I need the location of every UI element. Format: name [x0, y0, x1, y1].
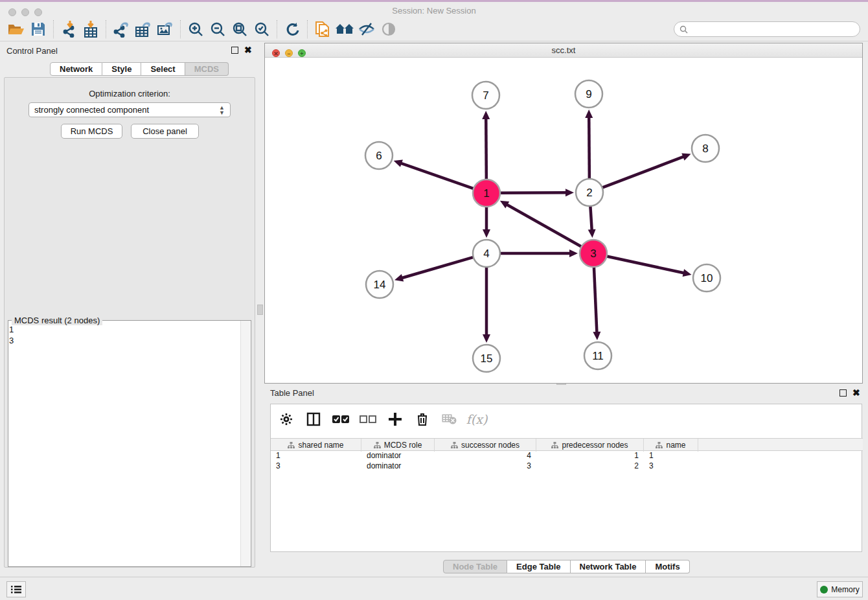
edge-arrowhead: [569, 249, 578, 257]
export-table-icon[interactable]: [132, 19, 154, 39]
toolbar-separator: [180, 20, 181, 38]
criterion-select[interactable]: strongly connected component ▲▼: [29, 102, 231, 117]
edge-3-10[interactable]: [607, 256, 685, 273]
memory-button[interactable]: Memory: [817, 581, 863, 597]
show-details-icon[interactable]: [378, 19, 400, 39]
cell-shared-name[interactable]: 1: [271, 451, 361, 461]
close-panel-icon[interactable]: ✖: [852, 389, 860, 397]
column-header-MCDS-role[interactable]: MCDS role: [361, 439, 435, 452]
edge-1-2[interactable]: [500, 192, 567, 193]
tab-mcds[interactable]: MCDS: [185, 62, 229, 76]
table-settings-icon[interactable]: [277, 410, 295, 429]
export-image-icon[interactable]: [154, 19, 176, 39]
search-box[interactable]: [674, 21, 860, 37]
zoom-out-icon[interactable]: [207, 19, 229, 39]
cell-successor-nodes[interactable]: 4: [435, 451, 536, 461]
cell-predecessor-nodes[interactable]: 2: [536, 461, 644, 472]
cell-shared-name[interactable]: 3: [271, 461, 361, 472]
import-table-icon[interactable]: [80, 19, 102, 39]
edge-arrowhead: [483, 334, 490, 343]
memory-label: Memory: [831, 585, 859, 594]
node-label-6: 6: [376, 150, 382, 162]
save-session-icon[interactable]: [27, 19, 49, 39]
result-scrollbar[interactable]: [240, 321, 250, 566]
toolbar-separator: [106, 20, 106, 38]
edge-arrowhead: [683, 269, 692, 277]
hide-details-icon[interactable]: [356, 19, 378, 39]
edge-2-3[interactable]: [590, 206, 591, 231]
network-canvas[interactable]: 7968124314101511: [265, 58, 862, 383]
column-header-shared-name[interactable]: shared name: [271, 439, 361, 452]
import-network-icon[interactable]: [58, 19, 80, 39]
node-label-15: 15: [481, 352, 493, 365]
toolbar-separator: [53, 20, 54, 38]
edge-arrowhead: [394, 160, 403, 167]
edge-3-11[interactable]: [594, 267, 597, 333]
cell-predecessor-nodes[interactable]: 1: [536, 451, 644, 461]
toolbar-separator: [277, 20, 277, 38]
table-toolbar: f(x): [277, 408, 486, 430]
select-all-icon[interactable]: [332, 410, 350, 429]
list-icon: [11, 585, 21, 594]
column-header-predecessor-nodes[interactable]: predecessor nodes: [536, 439, 644, 452]
edge-2-8[interactable]: [602, 156, 685, 187]
column-visibility-icon[interactable]: [304, 410, 323, 429]
tab-select[interactable]: Select: [141, 62, 185, 76]
tab-network[interactable]: Network: [50, 62, 102, 76]
column-header-name[interactable]: name: [644, 439, 698, 452]
run-mcds-button[interactable]: Run MCDS: [61, 124, 122, 139]
zoom-fit-icon[interactable]: [229, 19, 251, 39]
table-body: 1dominator4113dominator323: [271, 451, 863, 472]
edge-2-9[interactable]: [589, 117, 589, 179]
tab-motifs[interactable]: Motifs: [646, 560, 689, 573]
window-titlebar: Session: New Session: [0, 0, 868, 17]
edge-1-6[interactable]: [400, 163, 474, 189]
column-header-successor-nodes[interactable]: successor nodes: [435, 439, 536, 452]
edge-4-14[interactable]: [402, 257, 474, 278]
vertical-splitter-grip[interactable]: [257, 305, 263, 315]
close-panel-button[interactable]: Close panel: [131, 124, 199, 139]
cell-MCDS-role[interactable]: dominator: [361, 461, 435, 472]
cell-name[interactable]: 3: [644, 461, 698, 472]
table-row[interactable]: 1dominator411: [271, 451, 863, 461]
network-from-table-icon[interactable]: [312, 19, 334, 39]
float-panel-icon[interactable]: [231, 47, 238, 54]
control-panel-title: Control Panel: [6, 46, 58, 56]
zoom-selected-icon[interactable]: [251, 19, 273, 39]
edge-1-7[interactable]: [486, 118, 486, 179]
tab-network-table[interactable]: Network Table: [571, 560, 646, 573]
cell-successor-nodes[interactable]: 3: [435, 461, 536, 472]
memory-status-icon: [820, 586, 828, 594]
result-item[interactable]: 3: [9, 335, 241, 346]
delete-table-icon: [440, 410, 459, 429]
cyndex-icon[interactable]: [334, 19, 356, 39]
tab-edge-table[interactable]: Edge Table: [507, 560, 570, 573]
window-title: Session: New Session: [0, 6, 868, 16]
control-panel-tabs: NetworkStyleSelectMCDS: [50, 62, 229, 76]
task-history-button[interactable]: [6, 581, 26, 597]
cell-name[interactable]: 1: [644, 451, 698, 461]
delete-column-icon[interactable]: [413, 410, 431, 429]
tab-node-table[interactable]: Node Table: [443, 560, 507, 573]
add-column-icon[interactable]: [386, 410, 404, 429]
tab-style[interactable]: Style: [102, 62, 141, 76]
search-input[interactable]: [688, 25, 860, 34]
node-label-7: 7: [483, 89, 488, 102]
export-network-icon[interactable]: [110, 19, 132, 39]
network-title: scc.txt: [265, 45, 862, 55]
network-window-titlebar[interactable]: ✕−+ scc.txt: [265, 43, 862, 58]
deselect-all-icon[interactable]: [359, 410, 377, 429]
zoom-in-icon[interactable]: [185, 19, 207, 39]
edge-arrowhead: [593, 332, 600, 340]
mcds-result-list[interactable]: 13: [9, 324, 241, 346]
edge-arrowhead: [482, 111, 490, 119]
edge-3-1[interactable]: [506, 204, 581, 247]
cell-MCDS-role[interactable]: dominator: [361, 451, 435, 461]
result-item[interactable]: 1: [9, 324, 241, 335]
table-row[interactable]: 3dominator323: [271, 461, 863, 472]
close-panel-icon[interactable]: ✖: [244, 47, 252, 54]
open-file-icon[interactable]: [5, 19, 27, 39]
refresh-icon[interactable]: [281, 19, 303, 39]
float-panel-icon[interactable]: [839, 389, 847, 397]
node-label-4: 4: [483, 248, 489, 260]
